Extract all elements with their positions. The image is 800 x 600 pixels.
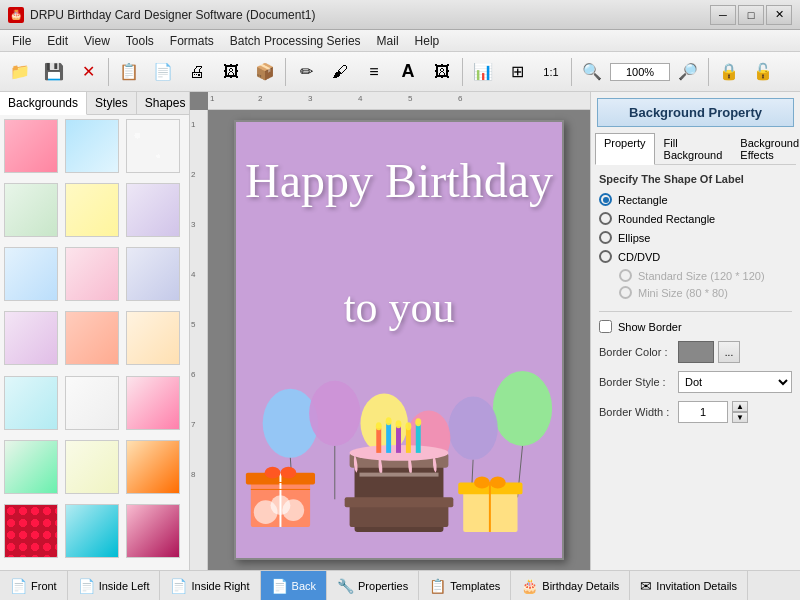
menu-item-mail[interactable]: Mail — [369, 32, 407, 50]
maximize-button[interactable]: □ — [738, 5, 764, 25]
ratio-button[interactable]: 1:1 — [535, 56, 567, 88]
lock-button[interactable]: 🔒 — [713, 56, 745, 88]
zoom-input[interactable]: 100% — [610, 63, 670, 81]
thumbnail-10[interactable] — [4, 311, 58, 365]
tab-icon-birthday-details: 🎂 — [521, 578, 538, 594]
copy-button[interactable]: 📋 — [113, 56, 145, 88]
page-button[interactable]: 📄 — [147, 56, 179, 88]
rectangle-radio[interactable] — [599, 193, 612, 206]
panel-tab-backgrounds[interactable]: Backgrounds — [0, 92, 87, 115]
panel-tab-shapes[interactable]: Shapes — [137, 92, 195, 114]
menu-item-edit[interactable]: Edit — [39, 32, 76, 50]
tab-label-inside-left: Inside Left — [99, 580, 150, 592]
shape-rounded-rectangle[interactable]: Rounded Rectangle — [599, 212, 792, 225]
ruler-left: 1 2 3 4 5 6 7 8 — [190, 110, 208, 570]
menu-item-batch-processing-series[interactable]: Batch Processing Series — [222, 32, 369, 50]
bottom-tab-templates[interactable]: 📋Templates — [419, 571, 511, 600]
panel-tab-styles[interactable]: Styles — [87, 92, 137, 114]
bottom-tab-invitation-details[interactable]: ✉Invitation Details — [630, 571, 748, 600]
border-width-spinner[interactable]: ▲ ▼ — [732, 401, 748, 423]
thumbnail-12[interactable] — [126, 311, 180, 365]
thumbnail-16[interactable] — [4, 440, 58, 494]
thumbnail-19[interactable] — [4, 504, 58, 558]
thumbnail-3[interactable] — [126, 119, 180, 173]
card-canvas: Happy Birthday to you — [234, 120, 564, 560]
zoom-in-button[interactable]: 🔍 — [576, 56, 608, 88]
canvas-container[interactable]: Happy Birthday to you — [208, 110, 590, 570]
save-button[interactable]: 💾 — [38, 56, 70, 88]
border-width-input[interactable] — [678, 401, 728, 423]
bottom-tab-properties[interactable]: 🔧Properties — [327, 571, 419, 600]
show-border-checkbox[interactable] — [599, 320, 612, 333]
zoom-out-button[interactable]: 🔎 — [672, 56, 704, 88]
prop-tab-property[interactable]: Property — [595, 133, 655, 165]
show-border-label: Show Border — [618, 321, 682, 333]
svg-point-15 — [265, 467, 281, 479]
border-style-select[interactable]: Dot Solid Dash — [678, 371, 792, 393]
thumbnail-4[interactable] — [4, 183, 58, 237]
bottom-tab-inside-left[interactable]: 📄Inside Left — [68, 571, 161, 600]
rounded-rect-radio[interactable] — [599, 212, 612, 225]
thumbnail-11[interactable] — [65, 311, 119, 365]
thumbnail-18[interactable] — [126, 440, 180, 494]
thumbnail-20[interactable] — [65, 504, 119, 558]
lines-button[interactable]: ≡ — [358, 56, 390, 88]
photo-button[interactable]: 🖼 — [426, 56, 458, 88]
tab-label-back: Back — [292, 580, 316, 592]
close-button[interactable]: ✕ — [766, 5, 792, 25]
thumbnail-6[interactable] — [126, 183, 180, 237]
spin-down-button[interactable]: ▼ — [732, 412, 748, 423]
thumbnail-14[interactable] — [65, 376, 119, 430]
minimize-button[interactable]: ─ — [710, 5, 736, 25]
shape-rectangle[interactable]: Rectangle — [599, 193, 792, 206]
thumbnail-5[interactable] — [65, 183, 119, 237]
thumbnail-13[interactable] — [4, 376, 58, 430]
thumbnail-9[interactable] — [126, 247, 180, 301]
thumbnail-21[interactable] — [126, 504, 180, 558]
show-border-row[interactable]: Show Border — [599, 320, 792, 333]
cd-standard: Standard Size (120 * 120) — [619, 269, 792, 282]
menu-item-tools[interactable]: Tools — [118, 32, 162, 50]
package-button[interactable]: 📦 — [249, 56, 281, 88]
image-button[interactable]: 🖼 — [215, 56, 247, 88]
shape-ellipse[interactable]: Ellipse — [599, 231, 792, 244]
separator-4 — [571, 58, 572, 86]
cddvd-radio[interactable] — [599, 250, 612, 263]
print-button[interactable]: 🖨 — [181, 56, 213, 88]
text-button[interactable]: A — [392, 56, 424, 88]
delete-button[interactable]: ✕ — [72, 56, 104, 88]
svg-point-34 — [396, 420, 402, 428]
draw-button[interactable]: ✏ — [290, 56, 322, 88]
border-color-picker-button[interactable]: ... — [718, 341, 740, 363]
thumbnail-15[interactable] — [126, 376, 180, 430]
svg-rect-29 — [396, 426, 401, 453]
grid-button[interactable]: 📊 — [467, 56, 499, 88]
bottom-tab-inside-right[interactable]: 📄Inside Right — [160, 571, 260, 600]
menu-item-view[interactable]: View — [76, 32, 118, 50]
layout-button[interactable]: ⊞ — [501, 56, 533, 88]
cd-mini: Mini Size (80 * 80) — [619, 286, 792, 299]
section-title: Specify The Shape Of Label — [599, 173, 792, 185]
border-width-row: Border Width : ▲ ▼ — [599, 401, 792, 423]
thumbnail-8[interactable] — [65, 247, 119, 301]
prop-tab-fill-background[interactable]: Fill Background — [655, 133, 732, 164]
shape-cddvd[interactable]: CD/DVD — [599, 250, 792, 263]
ellipse-radio[interactable] — [599, 231, 612, 244]
thumbnail-17[interactable] — [65, 440, 119, 494]
menu-item-help[interactable]: Help — [407, 32, 448, 50]
thumbnail-7[interactable] — [4, 247, 58, 301]
bottom-tab-back[interactable]: 📄Back — [261, 571, 327, 600]
new-button[interactable]: 📁 — [4, 56, 36, 88]
border-color-swatch[interactable] — [678, 341, 714, 363]
spin-up-button[interactable]: ▲ — [732, 401, 748, 412]
svg-rect-27 — [376, 428, 381, 453]
menu-item-file[interactable]: File — [4, 32, 39, 50]
prop-tab-background-effects[interactable]: Background Effects — [731, 133, 800, 164]
unlock-button[interactable]: 🔓 — [747, 56, 779, 88]
bottom-tab-front[interactable]: 📄Front — [0, 571, 68, 600]
menu-item-formats[interactable]: Formats — [162, 32, 222, 50]
bottom-tab-birthday-details[interactable]: 🎂Birthday Details — [511, 571, 630, 600]
paint-button[interactable]: 🖌 — [324, 56, 356, 88]
thumbnail-2[interactable] — [65, 119, 119, 173]
thumbnail-1[interactable] — [4, 119, 58, 173]
